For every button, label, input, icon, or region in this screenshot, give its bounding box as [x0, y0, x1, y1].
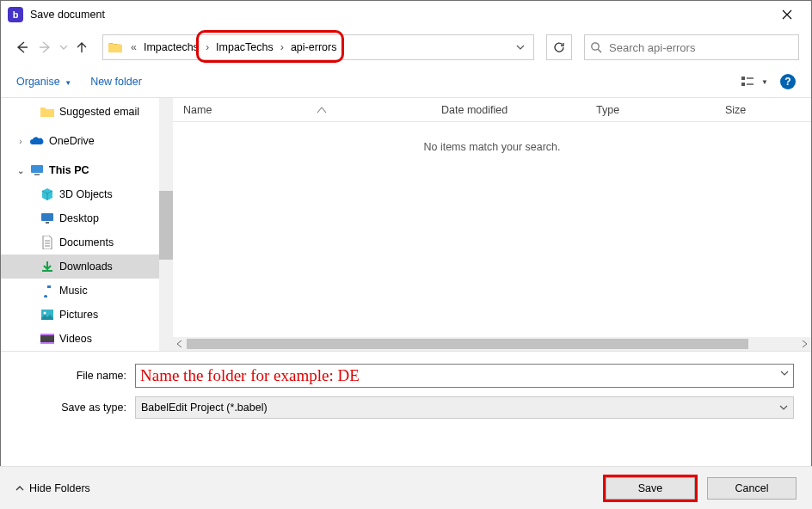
nav-row: « Impactechs › ImpacTechs › api-errors [1, 28, 811, 66]
tree-label: Documents [59, 236, 114, 248]
scroll-track[interactable] [187, 337, 797, 351]
tree-item-downloads[interactable]: Downloads [1, 254, 173, 279]
breadcrumb-part-1[interactable]: ImpacTechs [214, 41, 275, 53]
tree-item-suggested[interactable]: Suggested email [1, 100, 173, 124]
titlebar: b Save document [1, 1, 811, 28]
tree-item-documents[interactable]: Documents [1, 230, 173, 254]
col-size[interactable]: Size [715, 104, 811, 116]
svg-rect-2 [741, 83, 745, 86]
svg-rect-5 [41, 213, 53, 221]
app-icon: b [8, 7, 23, 22]
refresh-icon [553, 41, 565, 53]
chevron-right-icon: › [200, 41, 214, 53]
refresh-button[interactable] [546, 34, 572, 60]
saveas-combo[interactable]: BabelEdit Project (*.babel) [135, 396, 794, 419]
tree-item-videos[interactable]: Videos [1, 327, 173, 351]
close-button[interactable] [770, 1, 804, 28]
chevron-right-icon: › [16, 137, 25, 146]
nav-forward[interactable] [37, 39, 54, 56]
tree-label: OneDrive [49, 135, 95, 147]
svg-rect-1 [741, 77, 745, 80]
tree-item-desktop[interactable]: Desktop [1, 206, 173, 230]
desktop-icon [40, 212, 54, 225]
new-folder-button[interactable]: New folder [90, 76, 142, 88]
chevron-left-icon [176, 340, 183, 347]
view-options-button[interactable]: ▼ [741, 75, 768, 89]
organise-label: Organise [16, 76, 60, 88]
videos-icon [40, 332, 54, 346]
scroll-left-button[interactable] [173, 337, 187, 351]
folder-icon [40, 106, 54, 118]
tree-label: Downloads [59, 261, 113, 273]
scroll-right-button[interactable] [797, 337, 811, 351]
tree-label: Desktop [59, 212, 99, 224]
tree-label: This PC [49, 164, 89, 176]
tree-item-music[interactable]: Music [1, 279, 173, 303]
tree-item-3dobjects[interactable]: 3D Objects [1, 182, 173, 206]
saveas-label: Save as type: [18, 402, 135, 414]
chevron-down-icon: ⌄ [16, 166, 25, 175]
empty-message: No items match your search. [173, 122, 811, 153]
svg-rect-10 [40, 334, 54, 335]
chevron-right-icon: › [275, 41, 289, 53]
col-name-label: Name [183, 104, 212, 116]
tree-item-onedrive[interactable]: › OneDrive [1, 129, 173, 153]
tree-item-pictures[interactable]: Pictures [1, 303, 173, 327]
svg-rect-6 [46, 222, 49, 224]
window-title: Save document [30, 9, 105, 21]
saveas-value: BabelEdit Project (*.babel) [141, 402, 268, 414]
search-input[interactable] [607, 40, 793, 55]
view-icon [741, 75, 758, 89]
nav-back[interactable] [13, 39, 30, 56]
breadcrumb-part-0[interactable]: Impactechs [142, 41, 200, 53]
chevron-down-icon: ▼ [65, 79, 71, 87]
close-icon [782, 9, 792, 20]
chevron-down-icon [59, 43, 68, 52]
nav-recent-dropdown[interactable] [59, 43, 68, 52]
chevron-down-icon [779, 403, 788, 412]
pictures-icon [40, 308, 54, 322]
breadcrumb-part-2[interactable]: api-errors [289, 41, 339, 53]
breadcrumb[interactable]: « Impactechs › ImpacTechs › api-errors [102, 34, 534, 60]
chevron-down-icon [516, 43, 525, 52]
help-button[interactable]: ? [780, 74, 796, 89]
bottom-bar: Hide Folders Save Cancel [0, 466, 812, 509]
tree-scrollbar[interactable] [159, 98, 173, 351]
scroll-thumb[interactable] [187, 339, 748, 349]
filename-label: File name: [18, 370, 135, 382]
tree-item-thispc[interactable]: ⌄ This PC [1, 158, 173, 182]
chevron-down-icon [780, 369, 789, 377]
main-area: Suggested email › OneDrive ⌄ This PC 3D … [1, 97, 811, 352]
col-type[interactable]: Type [586, 104, 715, 116]
arrow-right-icon [38, 40, 53, 55]
chevron-up-icon [15, 484, 24, 493]
chevron-down-icon: ▼ [761, 78, 768, 86]
scroll-thumb[interactable] [159, 191, 173, 260]
toolbar: Organise ▼ New folder ▼ ? [1, 66, 811, 97]
folder-icon [108, 41, 122, 53]
svg-rect-4 [34, 174, 40, 175]
search-box[interactable] [584, 34, 799, 60]
file-list: Name Date modified Type Size No items ma… [173, 98, 811, 351]
filename-dropdown[interactable] [780, 369, 789, 377]
svg-rect-3 [31, 165, 43, 173]
arrow-left-icon [14, 40, 29, 55]
folder-tree: Suggested email › OneDrive ⌄ This PC 3D … [1, 98, 173, 351]
breadcrumb-overflow[interactable]: « [126, 41, 142, 53]
filename-input[interactable] [135, 364, 794, 388]
tree-label: Videos [59, 333, 92, 345]
col-name[interactable]: Name [173, 104, 431, 116]
col-date[interactable]: Date modified [431, 104, 586, 116]
svg-point-8 [44, 312, 46, 315]
svg-rect-11 [40, 342, 54, 344]
save-button[interactable]: Save [606, 477, 695, 500]
tree-label: Pictures [59, 309, 98, 321]
organise-menu[interactable]: Organise ▼ [16, 76, 71, 88]
nav-up[interactable] [73, 39, 90, 56]
tree-label: Suggested email [59, 106, 139, 118]
hide-folders-button[interactable]: Hide Folders [15, 482, 90, 494]
breadcrumb-dropdown[interactable] [511, 43, 530, 52]
cancel-button[interactable]: Cancel [707, 477, 797, 500]
form-area: File name: Name the folder for example: … [1, 352, 811, 432]
horizontal-scrollbar[interactable] [173, 337, 811, 351]
